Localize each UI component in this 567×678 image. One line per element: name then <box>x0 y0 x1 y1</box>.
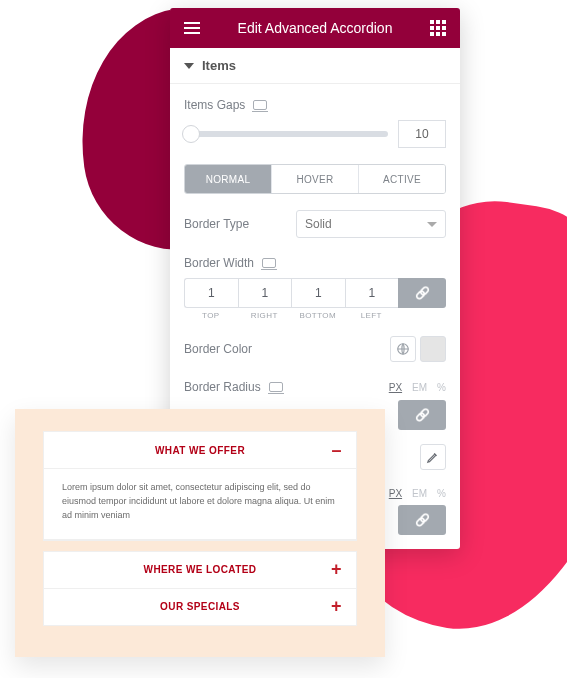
state-tabs: NORMAL HOVER ACTIVE <box>184 164 446 194</box>
label-left: LEFT <box>361 311 382 320</box>
link-values-button[interactable] <box>398 505 446 535</box>
section-items-header[interactable]: Items <box>170 48 460 84</box>
border-type-label: Border Type <box>184 217 249 231</box>
edit-button[interactable] <box>420 444 446 470</box>
accordion-item-title: OUR SPECIALS <box>160 601 240 612</box>
border-width-left[interactable] <box>345 278 399 308</box>
global-color-button[interactable] <box>390 336 416 362</box>
border-radius-label: Border Radius <box>184 380 261 394</box>
tab-normal[interactable]: NORMAL <box>185 165 272 193</box>
unit-em[interactable]: EM <box>412 488 427 499</box>
border-type-select[interactable]: Solid <box>296 210 446 238</box>
label-bottom: BOTTOM <box>300 311 336 320</box>
tab-active[interactable]: ACTIVE <box>359 165 445 193</box>
accordion-item-body: Lorem ipsum dolor sit amet, consectetur … <box>44 469 356 540</box>
responsive-icon[interactable] <box>253 100 267 110</box>
items-gaps-slider[interactable] <box>184 131 388 137</box>
border-type-row: Border Type Solid <box>184 210 446 238</box>
border-width-bottom[interactable] <box>291 278 345 308</box>
color-swatch[interactable] <box>420 336 446 362</box>
panel-title: Edit Advanced Accordion <box>238 20 393 36</box>
border-width-top[interactable] <box>184 278 238 308</box>
unit-pct[interactable]: % <box>437 382 446 393</box>
link-icon <box>415 408 430 422</box>
accordion-item-header[interactable]: WHAT WE OFFER – <box>44 432 356 468</box>
unit-px[interactable]: PX <box>389 488 402 499</box>
accordion-preview: WHAT WE OFFER – Lorem ipsum dolor sit am… <box>15 409 385 657</box>
border-color-row: Border Color <box>184 336 446 362</box>
border-radius-row: Border Radius PX EM % <box>184 380 446 394</box>
border-width-label: Border Width <box>184 256 254 270</box>
border-width-right[interactable] <box>238 278 292 308</box>
panel-header: Edit Advanced Accordion <box>170 8 460 48</box>
plus-icon: + <box>331 596 342 617</box>
tab-hover[interactable]: HOVER <box>272 165 359 193</box>
border-width-row: Border Width TOP RIGHT BOTTOM <box>184 256 446 320</box>
items-gaps-input[interactable] <box>398 120 446 148</box>
chevron-down-icon <box>427 222 437 227</box>
minus-icon: – <box>332 440 342 461</box>
unit-em[interactable]: EM <box>412 382 427 393</box>
menu-icon[interactable] <box>184 22 200 34</box>
accordion-widget: WHAT WE OFFER – Lorem ipsum dolor sit am… <box>43 431 357 541</box>
items-gaps-label: Items Gaps <box>184 98 245 112</box>
caret-down-icon <box>184 63 194 69</box>
border-color-label: Border Color <box>184 342 252 356</box>
accordion-item-title: WHERE WE LOCATED <box>144 564 257 575</box>
accordion-item-header[interactable]: OUR SPECIALS + <box>44 589 356 625</box>
link-values-button[interactable] <box>398 278 446 308</box>
border-type-value: Solid <box>305 217 332 231</box>
apps-icon[interactable] <box>430 20 446 36</box>
accordion-item-header[interactable]: WHERE WE LOCATED + <box>44 552 356 588</box>
label-top: TOP <box>202 311 220 320</box>
responsive-icon[interactable] <box>262 258 276 268</box>
accordion-widget: WHERE WE LOCATED + OUR SPECIALS + <box>43 551 357 626</box>
plus-icon: + <box>331 559 342 580</box>
link-icon <box>415 286 430 300</box>
unit-pct[interactable]: % <box>437 488 446 499</box>
section-title: Items <box>202 58 236 73</box>
label-right: RIGHT <box>251 311 278 320</box>
accordion-item-title: WHAT WE OFFER <box>155 445 245 456</box>
slider-thumb[interactable] <box>182 125 200 143</box>
items-gaps-row: Items Gaps <box>184 98 446 148</box>
link-values-button[interactable] <box>398 400 446 430</box>
link-icon <box>415 513 430 527</box>
responsive-icon[interactable] <box>269 382 283 392</box>
unit-px[interactable]: PX <box>389 382 402 393</box>
